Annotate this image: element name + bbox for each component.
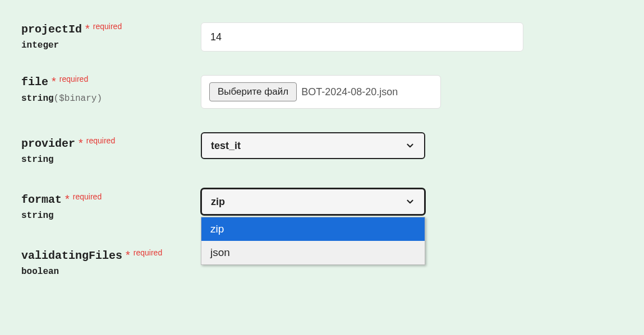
file-name: BOT-2024-08-20.json: [301, 86, 398, 98]
param-row-file: file * required string($binary) Выберите…: [21, 75, 623, 109]
provider-select[interactable]: test_it: [201, 132, 425, 159]
param-type-sub: ($binary): [54, 94, 102, 104]
input-col: Выберите файл BOT-2024-08-20.json: [201, 75, 441, 109]
label-line: file * required: [21, 75, 201, 89]
param-type: boolean: [21, 267, 201, 277]
file-choose-button[interactable]: Выберите файл: [209, 82, 297, 101]
param-row-provider: provider * required string test_it: [21, 132, 623, 165]
param-type: string: [21, 155, 201, 165]
format-dropdown-list: zip json: [201, 217, 425, 265]
input-col: test_it: [201, 132, 425, 159]
required-star: *: [79, 137, 83, 150]
label-col: provider * required string: [21, 132, 201, 165]
required-text: required: [59, 75, 88, 83]
chevron-down-icon: [405, 197, 415, 207]
label-col: format * required string: [21, 188, 201, 221]
format-option-zip[interactable]: zip: [201, 217, 425, 241]
file-input-wrap: Выберите файл BOT-2024-08-20.json: [201, 75, 441, 109]
label-col: validatingFiles * required boolean: [21, 244, 201, 277]
format-option-json[interactable]: json: [201, 241, 425, 264]
required-star: *: [85, 22, 90, 35]
required-text: required: [86, 136, 115, 145]
required-text: required: [93, 22, 122, 31]
param-type-line: string($binary): [21, 93, 201, 104]
projectId-input[interactable]: [201, 22, 523, 52]
input-col: zip zip json: [201, 188, 425, 215]
param-row-format: format * required string zip zip json: [21, 188, 623, 221]
label-col: file * required string($binary): [21, 75, 201, 104]
format-select-value: zip: [211, 196, 225, 208]
required-star: *: [65, 193, 70, 206]
label-line: validatingFiles * required: [21, 249, 201, 262]
required-text: required: [134, 248, 162, 257]
param-name: format: [21, 193, 62, 206]
required-star: *: [52, 75, 56, 88]
param-type: string: [21, 94, 54, 104]
chevron-down-icon: [405, 141, 415, 151]
format-select[interactable]: zip: [201, 188, 425, 215]
param-type: string: [21, 211, 201, 221]
param-name: file: [21, 76, 48, 89]
label-line: format * required: [21, 193, 201, 206]
provider-select-value: test_it: [211, 140, 241, 152]
provider-select-wrap: test_it: [201, 132, 425, 159]
label-line: provider * required: [21, 137, 201, 150]
required-text: required: [73, 192, 102, 201]
label-line: projectId * required: [21, 22, 201, 36]
required-star: *: [126, 249, 130, 262]
input-col: [201, 22, 523, 52]
param-type: integer: [21, 40, 201, 50]
param-name: validatingFiles: [21, 249, 122, 262]
param-name: provider: [21, 137, 75, 150]
format-select-wrap: zip zip json: [201, 188, 425, 215]
param-name: projectId: [21, 23, 82, 36]
param-row-projectId: projectId * required integer: [21, 22, 623, 52]
label-col: projectId * required integer: [21, 22, 201, 50]
